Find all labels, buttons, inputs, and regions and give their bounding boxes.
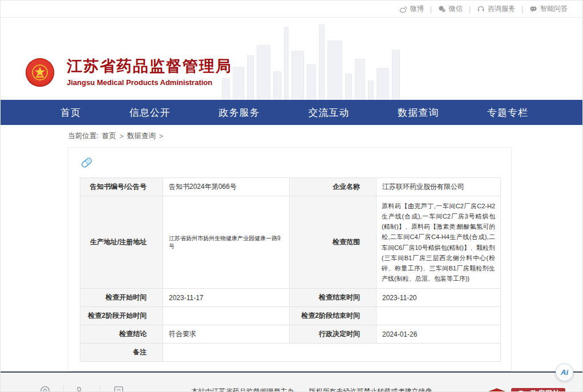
error-badge-text: 政府网站 找错: [531, 390, 560, 392]
nav-item-data-query[interactable]: 数据查询: [398, 106, 439, 119]
smart-qa-link[interactable]: 智能问答: [529, 4, 568, 14]
field-value-start-date: 2023-11-17: [163, 289, 290, 307]
site-subtitle: Jiangsu Medical Products Administration: [67, 78, 232, 87]
weibo-link[interactable]: 微博: [399, 4, 424, 14]
field-label-decision-date: 行政决定时间: [290, 325, 376, 343]
skyline-graphic: [222, 23, 419, 100]
field-label-address: 生产地址/注册地址: [80, 196, 163, 289]
inspection-detail-card: 告知书编号/公告号 告知书2024年第066号 企业名称 江苏联环药业股份有限公…: [68, 147, 512, 371]
field-value-remarks: [163, 343, 501, 362]
breadcrumb: 当前位置: 首页 > 数据查询 >: [1, 125, 582, 143]
footer-copyright-text: 版权所有未经许可禁止转载或者建立镜像: [309, 387, 432, 392]
consult-label: 咨询服务: [488, 4, 515, 14]
footer-host-text: 本站由江苏省药品监督管理局主办: [192, 387, 294, 392]
field-value-conclusion: 符合要求: [163, 325, 290, 343]
government-agency-badge[interactable]: [487, 388, 507, 392]
field-value-decision-date: 2024-01-26: [376, 325, 501, 343]
nav-item-interaction[interactable]: 交流互动: [308, 106, 349, 119]
field-label-end-date: 检查结束时间: [290, 289, 376, 307]
field-value-phase2-start: [163, 307, 290, 325]
nav-item-home[interactable]: 首页: [60, 106, 81, 119]
field-value-notice-number: 告知书2024年第066号: [163, 178, 290, 196]
topbar-separator: |: [430, 5, 432, 13]
table-row: 备注: [80, 343, 501, 362]
phone-icon: [75, 385, 89, 392]
table-row: 检查2阶段开始时间 检查2阶段结束时间: [80, 307, 501, 325]
footer-site-map-link[interactable]: 网站导航: [27, 385, 63, 392]
document-icon: [112, 385, 125, 392]
main-content: 告知书编号/公告号 告知书2024年第066号 企业名称 江苏联环药业股份有限公…: [1, 143, 582, 371]
error-badge-logo: [515, 390, 527, 392]
field-value-end-date: 2023-11-20: [376, 289, 501, 307]
breadcrumb-home[interactable]: 首页: [102, 131, 116, 141]
field-value-company-name: 江苏联环药业股份有限公司: [376, 178, 501, 196]
nav-item-info-disclosure[interactable]: 信息公开: [129, 106, 171, 119]
breadcrumb-separator: >: [119, 132, 123, 140]
field-value-phase2-end: [376, 307, 501, 325]
topbar: 微博 | 微信 | 咨询服务 | 智能问答: [1, 1, 582, 18]
map-pin-icon: [38, 385, 52, 392]
breadcrumb-data-query[interactable]: 数据查询: [127, 131, 156, 141]
table-row: 告知书编号/公告号 告知书2024年第066号 企业名称 江苏联环药业股份有限公…: [80, 178, 501, 196]
table-row: 检查结论 符合要求 行政决定时间 2024-01-26: [80, 325, 501, 343]
breadcrumb-prefix: 当前位置:: [68, 131, 98, 141]
table-row: 检查开始时间 2023-11-17 检查结束时间 2023-11-20: [80, 289, 501, 307]
topbar-separator: |: [521, 5, 523, 13]
wechat-label: 微信: [449, 4, 463, 14]
footer-info: 本站由江苏省药品监督管理局主办版权所有未经许可禁止转载或者建立镜像 邮编: 21…: [144, 385, 479, 392]
consult-service-link[interactable]: 咨询服务: [477, 4, 515, 14]
footer-badges: 政府网站 找错: [487, 385, 565, 392]
footer-line-1: 本站由江苏省药品监督管理局主办版权所有未经许可禁止转载或者建立镜像: [144, 386, 479, 392]
field-label-company-name: 企业名称: [290, 178, 376, 196]
site-titles: 江苏省药品监督管理局 Jiangsu Medical Products Admi…: [67, 58, 232, 87]
wechat-icon: [438, 5, 446, 13]
inspection-detail-table: 告知书编号/公告号 告知书2024年第066号 企业名称 江苏联环药业股份有限公…: [80, 177, 501, 362]
field-value-inspection-scope: 原料药【曲克芦丁,一车间C2厂房C2-H2生产线(合成),一车间C2厂房3号精烘…: [376, 196, 501, 289]
site-footer: 网站导航 联系方式 隐私声明 本站由江苏省药品监督管: [1, 371, 582, 392]
weibo-icon: [399, 5, 407, 13]
breadcrumb-separator: >: [159, 132, 163, 140]
site-header: 江苏省药品监督管理局 Jiangsu Medical Products Admi…: [1, 18, 582, 100]
capsule-icon: [80, 156, 500, 172]
qa-icon: [529, 5, 537, 13]
table-row: 生产地址/注册地址 江苏省扬州市扬州生物健康产业园健康一路9号 检查范围 原料药…: [80, 196, 501, 289]
qa-label: 智能问答: [540, 4, 568, 14]
field-label-phase2-start: 检查2阶段开始时间: [80, 307, 163, 325]
consult-icon: [477, 5, 485, 13]
nav-item-gov-services[interactable]: 政务服务: [219, 106, 260, 119]
footer-contact-link[interactable]: 联系方式: [63, 385, 100, 392]
field-label-inspection-scope: 检查范围: [290, 196, 376, 289]
field-label-start-date: 检查开始时间: [80, 289, 163, 307]
field-label-conclusion: 检查结论: [80, 325, 163, 343]
field-value-address: 江苏省扬州市扬州生物健康产业园健康一路9号: [163, 196, 290, 289]
error-badge-line1: 政府网站: [531, 390, 560, 392]
footer-nav: 网站导航 联系方式 隐私声明: [27, 385, 136, 392]
main-nav: 首页 信息公开 政务服务 交流互动 数据查询 专题专栏: [1, 100, 582, 125]
footer-privacy-link[interactable]: 隐私声明: [100, 385, 136, 392]
site-title: 江苏省药品监督管理局: [67, 58, 232, 75]
field-label-notice-number: 告知书编号/公告号: [80, 178, 163, 196]
gov-site-error-report-badge[interactable]: 政府网站 找错: [511, 388, 565, 392]
field-label-remarks: 备注: [80, 343, 163, 362]
nav-item-special-topics[interactable]: 专题专栏: [487, 106, 528, 119]
site-brand[interactable]: 江苏省药品监督管理局 Jiangsu Medical Products Admi…: [26, 58, 232, 87]
field-label-phase2-end: 检查2阶段结束时间: [290, 307, 376, 325]
weibo-label: 微博: [410, 4, 424, 14]
ai-assistant-button[interactable]: Ai: [556, 363, 573, 381]
national-emblem-logo: [26, 58, 54, 87]
wechat-link[interactable]: 微信: [438, 4, 463, 14]
topbar-separator: |: [469, 5, 471, 13]
